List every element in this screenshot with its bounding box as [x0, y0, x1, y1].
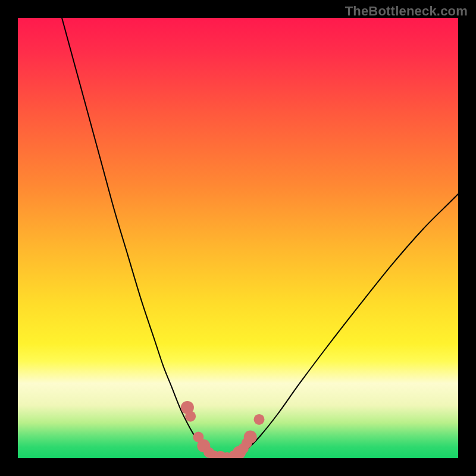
highlight-dot: [185, 411, 196, 422]
highlight-dot: [254, 414, 265, 425]
highlight-dot: [193, 432, 203, 443]
bottleneck-curve: [62, 18, 458, 458]
highlight-dot: [242, 438, 252, 449]
plot-area: [18, 18, 458, 458]
highlight-dot: [244, 431, 257, 444]
curve-layer: [18, 18, 458, 458]
highlight-dot: [197, 439, 210, 452]
highlight-dot: [203, 447, 214, 458]
highlight-dot-group: [181, 401, 265, 458]
highlight-dot: [228, 450, 239, 458]
highlight-dot: [222, 452, 233, 458]
highlight-dot: [238, 443, 249, 454]
highlight-dot: [181, 401, 194, 414]
highlight-dot: [209, 450, 220, 458]
watermark-text: TheBottleneck.com: [345, 4, 468, 19]
highlight-dot: [214, 451, 227, 458]
chart-frame: TheBottleneck.com: [0, 0, 476, 476]
highlight-dot: [233, 446, 246, 458]
